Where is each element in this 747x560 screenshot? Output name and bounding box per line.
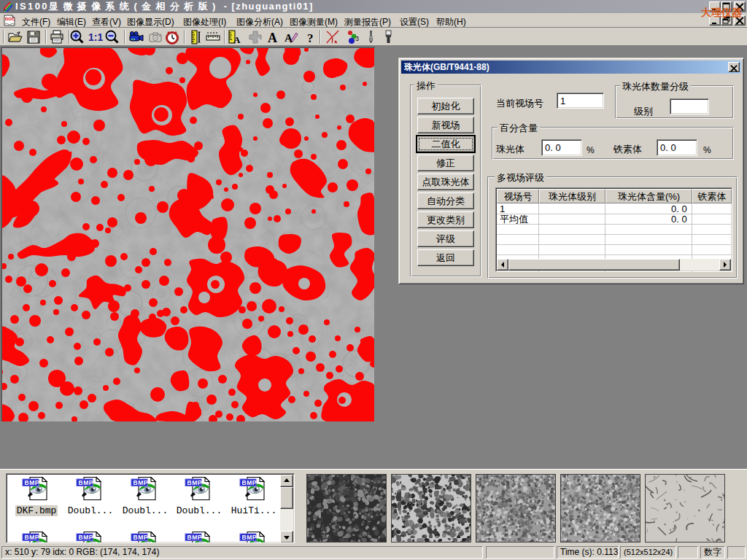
svg-text:1:1: 1:1 (88, 31, 103, 43)
svg-text:A: A (268, 31, 277, 45)
svg-text:?: ? (307, 31, 314, 45)
svg-text:3: 3 (355, 35, 359, 42)
svg-text:A: A (233, 34, 241, 45)
svg-text:DOC: DOC (5, 17, 15, 21)
